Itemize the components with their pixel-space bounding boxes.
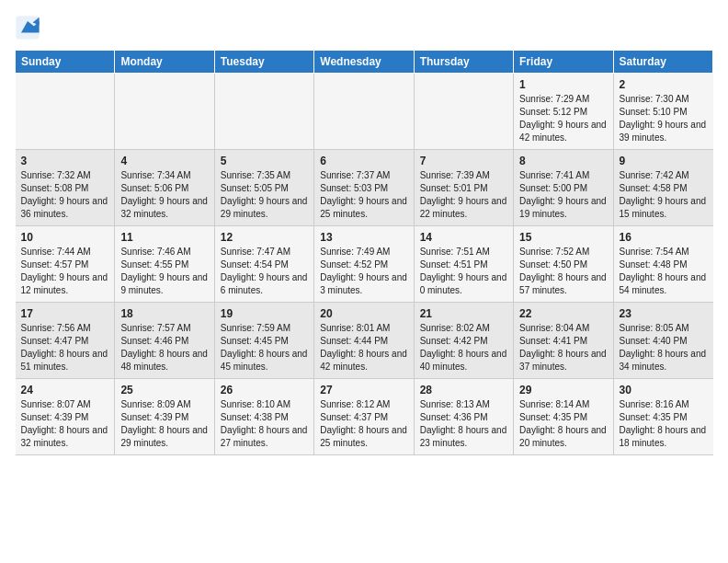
calendar-cell: [16, 74, 115, 150]
calendar-header: SundayMondayTuesdayWednesdayThursdayFrid…: [16, 51, 713, 74]
calendar-cell: 25Sunrise: 8:09 AM Sunset: 4:39 PM Dayli…: [115, 379, 214, 455]
page: SundayMondayTuesdayWednesdayThursdayFrid…: [0, 0, 728, 465]
day-number: 20: [320, 307, 407, 320]
calendar-cell: 5Sunrise: 7:35 AM Sunset: 5:05 PM Daylig…: [214, 150, 313, 226]
day-content: Sunrise: 7:44 AM Sunset: 4:57 PM Dayligh…: [21, 246, 109, 297]
calendar-table: SundayMondayTuesdayWednesdayThursdayFrid…: [15, 50, 713, 455]
day-content: Sunrise: 7:35 AM Sunset: 5:05 PM Dayligh…: [221, 169, 308, 221]
calendar-cell: 8Sunrise: 7:41 AM Sunset: 5:00 PM Daylig…: [514, 150, 613, 226]
header-cell-friday: Friday: [514, 51, 613, 74]
calendar-body: 1Sunrise: 7:29 AM Sunset: 5:12 PM Daylig…: [16, 74, 713, 455]
day-content: Sunrise: 7:39 AM Sunset: 5:01 PM Dayligh…: [420, 169, 507, 221]
day-content: Sunrise: 7:56 AM Sunset: 4:47 PM Dayligh…: [21, 322, 109, 373]
week-row-5: 24Sunrise: 8:07 AM Sunset: 4:39 PM Dayli…: [16, 379, 713, 455]
day-number: 24: [21, 384, 109, 396]
header-row: SundayMondayTuesdayWednesdayThursdayFrid…: [16, 51, 713, 74]
header-cell-sunday: Sunday: [16, 51, 115, 74]
day-content: Sunrise: 8:13 AM Sunset: 4:36 PM Dayligh…: [420, 398, 507, 450]
day-content: Sunrise: 7:32 AM Sunset: 5:08 PM Dayligh…: [21, 169, 109, 221]
day-number: 1: [519, 78, 607, 91]
day-content: Sunrise: 8:09 AM Sunset: 4:39 PM Dayligh…: [120, 398, 208, 450]
day-content: Sunrise: 8:05 AM Sunset: 4:40 PM Dayligh…: [620, 322, 708, 373]
logo-icon: [15, 15, 40, 40]
calendar-cell: 11Sunrise: 7:46 AM Sunset: 4:55 PM Dayli…: [115, 226, 214, 303]
day-content: Sunrise: 8:12 AM Sunset: 4:37 PM Dayligh…: [320, 398, 407, 450]
day-number: 22: [519, 307, 607, 320]
day-number: 8: [519, 155, 607, 167]
day-content: Sunrise: 7:54 AM Sunset: 4:48 PM Dayligh…: [620, 246, 708, 297]
calendar-cell: 2Sunrise: 7:30 AM Sunset: 5:10 PM Daylig…: [613, 74, 712, 150]
calendar-cell: 22Sunrise: 8:04 AM Sunset: 4:41 PM Dayli…: [514, 303, 613, 379]
day-content: Sunrise: 7:42 AM Sunset: 4:58 PM Dayligh…: [620, 169, 708, 221]
day-number: 3: [21, 155, 109, 167]
day-content: Sunrise: 7:34 AM Sunset: 5:06 PM Dayligh…: [120, 169, 208, 221]
logo: [15, 15, 44, 40]
week-row-2: 3Sunrise: 7:32 AM Sunset: 5:08 PM Daylig…: [16, 150, 713, 226]
day-number: 10: [21, 231, 109, 244]
day-number: 11: [120, 231, 208, 244]
day-number: 26: [221, 384, 308, 396]
calendar-cell: 26Sunrise: 8:10 AM Sunset: 4:38 PM Dayli…: [214, 379, 313, 455]
day-content: Sunrise: 8:14 AM Sunset: 4:35 PM Dayligh…: [519, 398, 607, 450]
day-number: 5: [221, 155, 308, 167]
day-content: Sunrise: 8:04 AM Sunset: 4:41 PM Dayligh…: [519, 322, 607, 373]
header-cell-tuesday: Tuesday: [214, 51, 313, 74]
calendar-cell: [214, 74, 313, 150]
header-cell-monday: Monday: [115, 51, 214, 74]
calendar-cell: 6Sunrise: 7:37 AM Sunset: 5:03 PM Daylig…: [314, 150, 414, 226]
calendar-cell: 20Sunrise: 8:01 AM Sunset: 4:44 PM Dayli…: [314, 303, 414, 379]
calendar-cell: 16Sunrise: 7:54 AM Sunset: 4:48 PM Dayli…: [613, 226, 712, 303]
day-number: 29: [519, 384, 607, 396]
day-number: 14: [420, 231, 507, 244]
calendar-cell: 14Sunrise: 7:51 AM Sunset: 4:51 PM Dayli…: [414, 226, 513, 303]
calendar-cell: 17Sunrise: 7:56 AM Sunset: 4:47 PM Dayli…: [16, 303, 115, 379]
day-number: 27: [320, 384, 407, 396]
calendar-cell: 4Sunrise: 7:34 AM Sunset: 5:06 PM Daylig…: [115, 150, 214, 226]
day-number: 19: [221, 307, 308, 320]
calendar-cell: 30Sunrise: 8:16 AM Sunset: 4:35 PM Dayli…: [613, 379, 712, 455]
calendar-cell: 21Sunrise: 8:02 AM Sunset: 4:42 PM Dayli…: [414, 303, 513, 379]
calendar-cell: 9Sunrise: 7:42 AM Sunset: 4:58 PM Daylig…: [613, 150, 712, 226]
day-content: Sunrise: 8:16 AM Sunset: 4:35 PM Dayligh…: [620, 398, 708, 450]
calendar-cell: [314, 74, 414, 150]
day-content: Sunrise: 7:51 AM Sunset: 4:51 PM Dayligh…: [420, 246, 507, 297]
calendar-cell: 3Sunrise: 7:32 AM Sunset: 5:08 PM Daylig…: [16, 150, 115, 226]
week-row-3: 10Sunrise: 7:44 AM Sunset: 4:57 PM Dayli…: [16, 226, 713, 303]
calendar-cell: 15Sunrise: 7:52 AM Sunset: 4:50 PM Dayli…: [514, 226, 613, 303]
calendar-cell: 28Sunrise: 8:13 AM Sunset: 4:36 PM Dayli…: [414, 379, 513, 455]
header: [15, 15, 713, 40]
day-content: Sunrise: 8:07 AM Sunset: 4:39 PM Dayligh…: [21, 398, 109, 450]
day-content: Sunrise: 8:10 AM Sunset: 4:38 PM Dayligh…: [221, 398, 308, 450]
calendar-cell: 19Sunrise: 7:59 AM Sunset: 4:45 PM Dayli…: [214, 303, 313, 379]
day-content: Sunrise: 7:37 AM Sunset: 5:03 PM Dayligh…: [320, 169, 407, 221]
header-cell-saturday: Saturday: [613, 51, 712, 74]
day-number: 4: [120, 155, 208, 167]
calendar-cell: 10Sunrise: 7:44 AM Sunset: 4:57 PM Dayli…: [16, 226, 115, 303]
calendar-cell: 1Sunrise: 7:29 AM Sunset: 5:12 PM Daylig…: [514, 74, 613, 150]
day-content: Sunrise: 7:41 AM Sunset: 5:00 PM Dayligh…: [519, 169, 607, 221]
calendar-cell: 27Sunrise: 8:12 AM Sunset: 4:37 PM Dayli…: [314, 379, 414, 455]
day-content: Sunrise: 7:47 AM Sunset: 4:54 PM Dayligh…: [221, 246, 308, 297]
day-content: Sunrise: 8:01 AM Sunset: 4:44 PM Dayligh…: [320, 322, 407, 373]
calendar-cell: 29Sunrise: 8:14 AM Sunset: 4:35 PM Dayli…: [514, 379, 613, 455]
day-number: 23: [620, 307, 708, 320]
day-number: 6: [320, 155, 407, 167]
week-row-1: 1Sunrise: 7:29 AM Sunset: 5:12 PM Daylig…: [16, 74, 713, 150]
calendar-cell: 7Sunrise: 7:39 AM Sunset: 5:01 PM Daylig…: [414, 150, 513, 226]
day-content: Sunrise: 7:57 AM Sunset: 4:46 PM Dayligh…: [120, 322, 208, 373]
day-number: 21: [420, 307, 507, 320]
day-number: 12: [221, 231, 308, 244]
day-content: Sunrise: 7:52 AM Sunset: 4:50 PM Dayligh…: [519, 246, 607, 297]
header-cell-thursday: Thursday: [414, 51, 513, 74]
day-content: Sunrise: 7:59 AM Sunset: 4:45 PM Dayligh…: [221, 322, 308, 373]
day-number: 15: [519, 231, 607, 244]
day-number: 28: [420, 384, 507, 396]
day-number: 18: [120, 307, 208, 320]
day-content: Sunrise: 7:30 AM Sunset: 5:10 PM Dayligh…: [620, 93, 708, 144]
calendar-cell: 24Sunrise: 8:07 AM Sunset: 4:39 PM Dayli…: [16, 379, 115, 455]
day-content: Sunrise: 7:46 AM Sunset: 4:55 PM Dayligh…: [120, 246, 208, 297]
calendar-cell: 13Sunrise: 7:49 AM Sunset: 4:52 PM Dayli…: [314, 226, 414, 303]
day-content: Sunrise: 8:02 AM Sunset: 4:42 PM Dayligh…: [420, 322, 507, 373]
day-number: 9: [620, 155, 708, 167]
day-number: 16: [620, 231, 708, 244]
